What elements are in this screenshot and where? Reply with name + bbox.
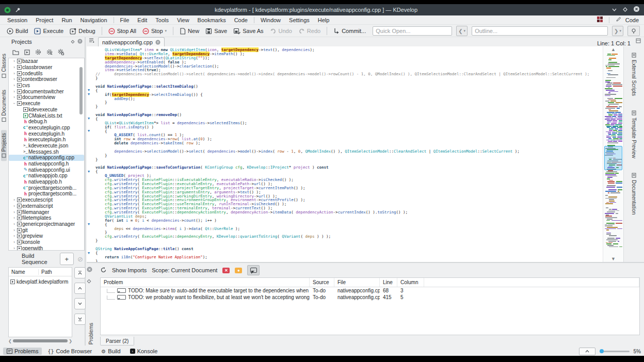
- move-down-button[interactable]: [74, 298, 86, 309]
- move-top-button[interactable]: [74, 267, 86, 278]
- tree-item-nativeappjob-cpp[interactable]: cʺnativeappjob.cpp: [9, 173, 84, 179]
- tree-item-contextbrowser[interactable]: ›contextbrowser: [9, 76, 84, 83]
- expander-icon[interactable]: ›: [12, 228, 17, 233]
- save-button[interactable]: Save: [203, 27, 230, 36]
- tree-item-nativeappconfig-ui[interactable]: ✎nativeappconfig.ui: [9, 167, 84, 173]
- outline-input[interactable]: [472, 26, 608, 36]
- save-as-button[interactable]: Save As: [231, 27, 266, 36]
- expander-icon[interactable]: ›: [12, 240, 17, 244]
- expander-icon[interactable]: ›: [12, 222, 17, 226]
- parser-tab[interactable]: Parser (2): [100, 337, 134, 345]
- menu-navigation[interactable]: Navigation: [76, 15, 111, 25]
- tree-item-execute[interactable]: ›execute: [9, 101, 84, 107]
- statusbar-problems[interactable]: Problems: [3, 348, 42, 355]
- build-sequence-row[interactable]: kdevplatf... kdevplatform: [9, 278, 72, 285]
- expand-statusbar-button[interactable]: [579, 348, 595, 355]
- filter-icon[interactable]: [58, 49, 64, 56]
- menu-bookmarks[interactable]: Bookmarks: [194, 15, 230, 25]
- todo-badge-button[interactable]: [247, 265, 260, 275]
- undo-button[interactable]: Undo: [267, 27, 295, 35]
- close-panel-icon[interactable]: [87, 265, 98, 274]
- tree-item-nativeappjob-h[interactable]: hnativeappjob.h: [9, 179, 84, 185]
- configure-icon[interactable]: [35, 49, 41, 56]
- expander-icon[interactable]: ›: [12, 65, 17, 70]
- tree-item-git[interactable]: ›git: [9, 227, 84, 233]
- menu-file[interactable]: File: [116, 15, 134, 25]
- scope-button[interactable]: Scope: Current Document: [152, 267, 217, 273]
- move-bottom-button[interactable]: [74, 314, 86, 325]
- menu-code[interactable]: Code: [230, 15, 252, 25]
- fold-marker[interactable]: ▾: [88, 129, 92, 133]
- menu-session[interactable]: Session: [3, 15, 31, 25]
- close-icon[interactable]: [633, 5, 640, 14]
- project-icon[interactable]: [24, 50, 30, 56]
- execute-button[interactable]: Execute: [31, 27, 66, 36]
- expander-icon[interactable]: ›: [12, 77, 17, 81]
- maximize-icon[interactable]: [622, 5, 628, 14]
- back-button[interactable]: ❮▾: [456, 26, 468, 36]
- col-source[interactable]: Source: [310, 278, 334, 287]
- build-button[interactable]: Build: [4, 27, 30, 36]
- tree-item-documentview[interactable]: ›documentview: [9, 94, 84, 101]
- right-tab-documentation[interactable]: Documentation: [631, 170, 637, 218]
- problem-row[interactable]: TODO: we probably want to flexibilize, b…: [101, 294, 639, 301]
- tree-item-executeplugin-cpp[interactable]: cʺexecuteplugin.cpp: [9, 125, 84, 131]
- tree-item-kdevexecute-json[interactable]: >_kdevexecute.json: [9, 143, 84, 149]
- problem-row[interactable]: TODO: Make sure to auto-add the executab…: [101, 287, 639, 294]
- col-file[interactable]: File: [334, 278, 380, 287]
- code-editor[interactable]: ▾▾▾▾▾▾▾ QListWidgetItem* item = new QLis…: [87, 46, 603, 262]
- tree-item-executescript[interactable]: ›executescript: [9, 197, 84, 203]
- new-button[interactable]: New: [177, 27, 202, 36]
- problems-dock-label[interactable]: Problems: [88, 323, 100, 344]
- tree-item-nativeappconfig-cpp[interactable]: cʺnativeappconfig.cpp: [9, 155, 84, 161]
- tree-item-grepview[interactable]: ›grepview: [9, 233, 84, 239]
- tree-item-messages-sh[interactable]: >_Messages.sh: [9, 149, 84, 155]
- zoom-slider[interactable]: [600, 351, 630, 352]
- warning-badge-icon[interactable]: ●: [235, 268, 242, 273]
- forward-button[interactable]: ❯▾: [612, 26, 623, 36]
- expander-icon[interactable]: ›: [12, 204, 17, 208]
- tree-item-filemanager[interactable]: ›filemanager: [9, 209, 84, 215]
- editor-corner-icon[interactable]: [636, 36, 641, 45]
- menu-run[interactable]: Run: [57, 15, 76, 25]
- tree-scrollbar[interactable]: [79, 67, 83, 114]
- lightbulb-button[interactable]: [627, 26, 640, 36]
- tree-item-debug-h[interactable]: hdebug.h: [9, 119, 84, 125]
- col-line[interactable]: Line: [380, 278, 397, 287]
- float-panel-icon[interactable]: [87, 276, 98, 286]
- fold-gutter[interactable]: ▾▾▾▾▾▾▾: [87, 46, 94, 262]
- expander-icon[interactable]: ›: [12, 210, 17, 215]
- minimap-viewport[interactable]: [604, 146, 622, 170]
- move-up-button[interactable]: [74, 283, 86, 294]
- redo-button[interactable]: Redo: [296, 27, 323, 35]
- tree-item-konsole[interactable]: ›konsole: [9, 239, 84, 245]
- right-tab-external-scripts[interactable]: External Scripts: [631, 50, 637, 99]
- tree-item-codeutils[interactable]: ›codeutils: [9, 70, 84, 76]
- menu-view[interactable]: View: [173, 15, 194, 25]
- tree-item-documentswitcher[interactable]: ›documentswitcher: [9, 88, 84, 94]
- expander-icon[interactable]: ›: [12, 246, 17, 251]
- refresh-icon[interactable]: [100, 267, 107, 274]
- tree-item-kdevexecute[interactable]: kdevexecute: [9, 107, 84, 113]
- sidebar-tab-projects[interactable]: Projects: [1, 130, 7, 161]
- build-sequence-hscrollbar[interactable]: ❮❯: [8, 338, 72, 343]
- menu-edit[interactable]: Edit: [133, 15, 151, 25]
- column-header-name[interactable]: Name: [9, 269, 39, 275]
- commit-button[interactable]: Commit...: [331, 27, 368, 36]
- right-tab-template-preview[interactable]: Template Preview: [631, 107, 637, 161]
- tree-item-bazaar[interactable]: ›bazaar: [9, 58, 84, 64]
- menu-tools[interactable]: Tools: [151, 15, 173, 25]
- pin-icon[interactable]: [15, 7, 21, 13]
- tree-item-filetemplates[interactable]: ›filetemplates: [9, 215, 84, 221]
- expander-icon[interactable]: ›: [12, 216, 17, 220]
- menu-project[interactable]: Project: [31, 15, 57, 25]
- remove-build-item-button[interactable]: ⊘: [76, 254, 85, 264]
- document-switcher-icon[interactable]: [89, 36, 95, 45]
- col-column[interactable]: Column: [397, 278, 424, 287]
- expander-icon[interactable]: ›: [12, 59, 17, 63]
- expander-icon[interactable]: ›: [12, 83, 17, 88]
- build-set-icon[interactable]: [46, 49, 53, 56]
- expander-icon[interactable]: ›: [12, 234, 17, 238]
- tree-item-projecttargetscomb-[interactable]: cʺprojecttargetscomb...: [9, 185, 84, 191]
- sidebar-tab-documents[interactable]: Documents: [1, 87, 7, 125]
